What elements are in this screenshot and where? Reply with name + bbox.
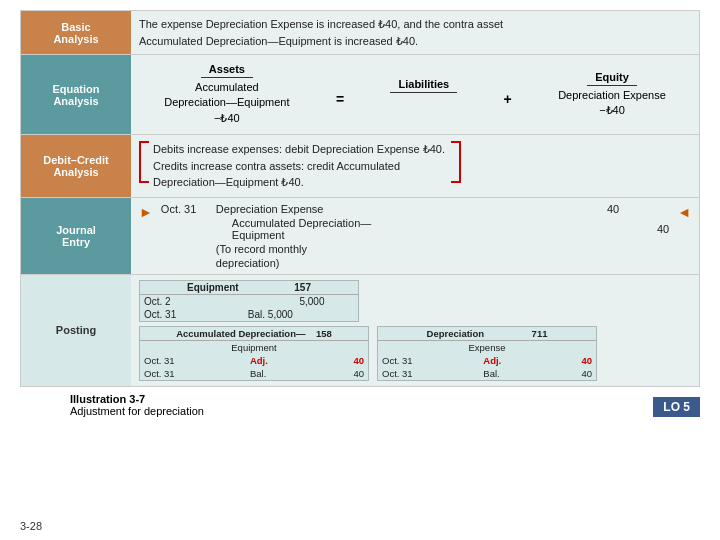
journal-debit-amount: 40 (492, 202, 623, 216)
equation-analysis-label: Equation Analysis (21, 55, 131, 134)
main-content: Basic Analysis The expense Depreciation … (20, 10, 700, 387)
liabilities-section: Liabilities (390, 78, 457, 110)
accum-dep-title: Accumulated Depreciation— 158 (140, 326, 369, 340)
debit-credit-content: Debits increase expenses: debit Deprecia… (131, 135, 699, 197)
page-number: 3-28 (20, 520, 42, 532)
accum-dep-adj-label: Adj. (246, 354, 317, 367)
journal-entry-row: Journal Entry ► Oct. 31 Depreciation Exp… (21, 198, 699, 275)
accum-dep-subtitle: Equipment (140, 340, 369, 354)
accum-dep-row-1: Oct. 31 Adj. 40 (140, 354, 369, 367)
journal-debit-account: Depreciation Expense (212, 202, 412, 216)
dep-exp-bal-label: Bal. (479, 367, 547, 381)
accum-dep-date-2: Oct. 31 (140, 367, 246, 381)
debit-credit-inner: Debits increase expenses: debit Deprecia… (139, 141, 691, 191)
equals-sign: = (336, 91, 344, 107)
accum-dep-table: Accumulated Depreciation— 158 Equipment … (139, 326, 369, 381)
journal-note: (To record monthly (212, 242, 412, 256)
lo-badge: LO 5 (653, 397, 700, 417)
dep-expense-row-1: Oct. 31 Adj. 40 (378, 354, 597, 367)
page: Basic Analysis The expense Depreciation … (0, 0, 720, 540)
dep-exp-adj-amt: 40 (547, 354, 597, 367)
accum-dep-row-2: Oct. 31 Bal. 40 (140, 367, 369, 381)
left-arrow-icon: ► (139, 204, 153, 220)
journal-note2: depreciation) (212, 256, 412, 270)
journal-entry-label: Journal Entry (21, 198, 131, 274)
equipment-table: Equipment 157 Oct. 2 5,000 (139, 280, 359, 322)
debit-credit-bracket (139, 141, 149, 183)
dep-expense-subtitle: Expense (378, 340, 597, 354)
basic-analysis-text: The expense Depreciation Expense is incr… (139, 16, 691, 49)
equip-date-2: Oct. 31 (140, 308, 244, 322)
journal-debit-row: Oct. 31 Depreciation Expense 40 (157, 202, 673, 216)
debit-credit-label: Debit–Credit Analysis (21, 135, 131, 197)
debit-credit-right-bracket (451, 141, 461, 183)
posting-bottom-tables: Accumulated Depreciation— 158 Equipment … (139, 326, 691, 381)
journal-note2-row: depreciation) (157, 256, 673, 270)
equipment-row-2: Oct. 31 Bal. 5,000 (140, 308, 359, 322)
equation-analysis-row: Equation Analysis Assets Accumulated Dep… (21, 55, 699, 135)
dep-expense-table: Depreciation 711 Expense Oct. 31 Adj. (377, 326, 597, 381)
dep-expense-title: Depreciation 711 (378, 326, 597, 340)
equip-date-1: Oct. 2 (140, 294, 244, 308)
posting-content: Equipment 157 Oct. 2 5,000 (131, 275, 699, 386)
equity-section: Equity Depreciation Expense −₺40 (558, 71, 666, 119)
basic-analysis-label: Basic Analysis (21, 11, 131, 54)
right-arrow-icon: ◄ (677, 204, 691, 220)
journal-date: Oct. 31 (157, 202, 212, 216)
assets-section: Assets Accumulated Depreciation—Equipmen… (164, 63, 289, 126)
debit-credit-row: Debit–Credit Analysis Debits increase ex… (21, 135, 699, 198)
journal-note-row: (To record monthly (157, 242, 673, 256)
accum-dep-bal-amt: 40 (317, 367, 369, 381)
journal-entry-inner: ► Oct. 31 Depreciation Expense 40 Accumu… (139, 202, 691, 270)
basic-analysis-content: The expense Depreciation Expense is incr… (131, 11, 699, 54)
journal-table: Oct. 31 Depreciation Expense 40 Accumula… (157, 202, 673, 270)
posting-label: Posting (21, 275, 131, 386)
footer-description: Illustration 3-7 Adjustment for deprecia… (70, 393, 204, 417)
equation-row: Assets Accumulated Depreciation—Equipmen… (141, 63, 689, 126)
equip-bal: Bal. 5,000 (244, 308, 359, 322)
basic-analysis-row: Basic Analysis The expense Depreciation … (21, 11, 699, 55)
journal-credit-amount: 40 (623, 216, 673, 242)
footer: 3-28 Illustration 3-7 Adjustment for dep… (20, 387, 700, 417)
equation-analysis-content: Assets Accumulated Depreciation—Equipmen… (131, 55, 699, 134)
dep-exp-date-1: Oct. 31 (378, 354, 480, 367)
posting-row: Posting Equipment 157 (21, 275, 699, 386)
posting-equipment-container: Equipment 157 Oct. 2 5,000 (139, 280, 691, 322)
equip-amt-1: 5,000 (244, 294, 329, 308)
accum-dep-bal-label: Bal. (246, 367, 317, 381)
plus-sign: + (504, 91, 512, 107)
accum-dep-date-1: Oct. 31 (140, 354, 246, 367)
debit-credit-text: Debits increase expenses: debit Deprecia… (153, 141, 445, 191)
equipment-row-1: Oct. 2 5,000 (140, 294, 359, 308)
equipment-title: Equipment 157 (140, 280, 359, 294)
accum-dep-adj-amt: 40 (317, 354, 369, 367)
dep-exp-adj-label: Adj. (479, 354, 547, 367)
dep-exp-date-2: Oct. 31 (378, 367, 480, 381)
dep-exp-bal-amt: 40 (547, 367, 597, 381)
journal-credit-row: Accumulated Depreciation— Equipment 40 (157, 216, 673, 242)
journal-credit-account: Accumulated Depreciation— Equipment (212, 216, 412, 242)
dep-expense-row-2: Oct. 31 Bal. 40 (378, 367, 597, 381)
journal-entry-content: ► Oct. 31 Depreciation Expense 40 Accumu… (131, 198, 699, 274)
